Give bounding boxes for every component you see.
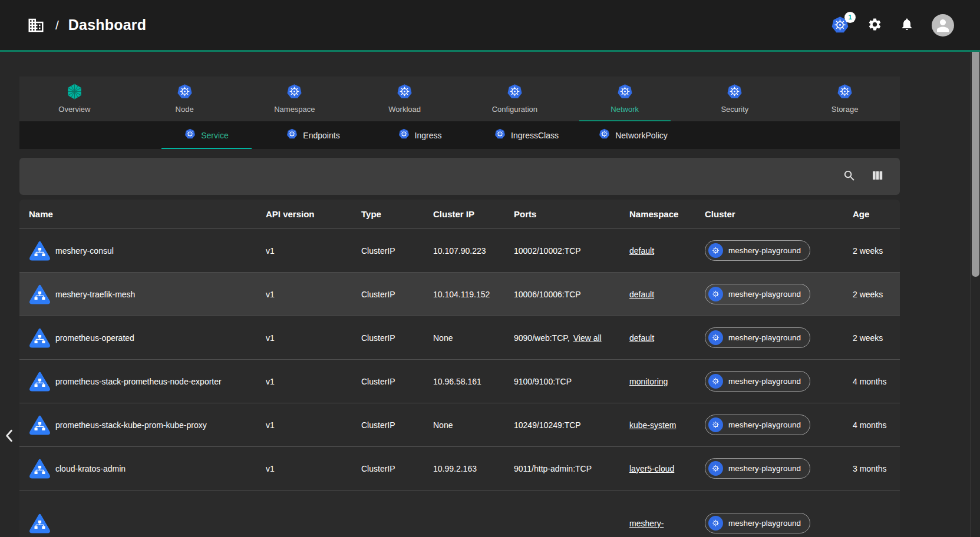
column-header-type[interactable]: Type bbox=[361, 209, 433, 219]
api-version-cell: v1 bbox=[266, 377, 361, 386]
tab-storage[interactable]: Storage bbox=[790, 77, 900, 121]
table-row[interactable]: prometheus-stack-prometheus-node-exporte… bbox=[19, 359, 900, 403]
cluster-chip[interactable]: meshery-playground bbox=[705, 327, 810, 348]
table-header-row: Name API version Type Cluster IP Ports N… bbox=[19, 200, 900, 228]
cluster-ip-cell: None bbox=[433, 420, 514, 430]
kubernetes-icon bbox=[177, 84, 193, 100]
service-icon bbox=[29, 415, 51, 436]
type-cell: ClusterIP bbox=[361, 290, 433, 299]
collapse-drawer-button[interactable] bbox=[1, 429, 17, 446]
user-avatar[interactable] bbox=[932, 14, 954, 37]
sub-tab-ingress[interactable]: Ingress bbox=[367, 121, 473, 149]
kubernetes-icon bbox=[708, 287, 723, 301]
settings-button[interactable] bbox=[867, 17, 882, 34]
namespace-link[interactable]: default bbox=[629, 246, 654, 256]
cluster-chip-label: meshery-playground bbox=[728, 420, 801, 429]
sub-tab-ingressclass[interactable]: IngressClass bbox=[473, 121, 580, 149]
table-body: meshery-consul v1 ClusterIP 10.107.90.22… bbox=[19, 228, 900, 537]
age-cell: 4 months bbox=[853, 420, 900, 430]
service-icon bbox=[29, 284, 51, 305]
tab-node[interactable]: Node bbox=[130, 77, 240, 121]
page-scrollbar[interactable] bbox=[970, 0, 980, 537]
column-header-age[interactable]: Age bbox=[853, 209, 900, 219]
breadcrumb-separator: / bbox=[55, 18, 59, 32]
age-cell: 4 months bbox=[853, 377, 900, 386]
view-all-ports-link[interactable]: View all bbox=[573, 333, 602, 343]
table-row[interactable]: meshery- meshery-playground bbox=[19, 490, 900, 537]
table-row[interactable]: meshery-traefik-mesh v1 ClusterIP 10.104… bbox=[19, 272, 900, 316]
ports-cell: 9090/web:TCP,View all bbox=[514, 333, 629, 343]
namespace-link[interactable]: monitoring bbox=[629, 377, 668, 386]
search-button[interactable] bbox=[843, 169, 856, 184]
organization-icon[interactable] bbox=[27, 16, 45, 34]
cluster-ip-cell: 10.107.90.223 bbox=[433, 246, 514, 256]
tab-overview[interactable]: Overview bbox=[19, 77, 130, 121]
cluster-ip-cell: 10.104.119.152 bbox=[433, 290, 514, 299]
table-row[interactable]: prometheus-operated v1 ClusterIP None 90… bbox=[19, 316, 900, 359]
cluster-chip[interactable]: meshery-playground bbox=[705, 513, 810, 533]
service-icon bbox=[29, 513, 51, 534]
context-count-badge: 1 bbox=[844, 12, 856, 23]
namespace-link[interactable]: default bbox=[629, 290, 654, 299]
kubernetes-icon bbox=[494, 128, 506, 142]
cluster-chip[interactable]: meshery-playground bbox=[705, 284, 810, 304]
table-row[interactable]: prometheus-stack-kube-prom-kube-proxy v1… bbox=[19, 403, 900, 446]
cluster-chip[interactable]: meshery-playground bbox=[705, 371, 810, 392]
cluster-chip[interactable]: meshery-playground bbox=[705, 458, 810, 479]
tab-namespace[interactable]: Namespace bbox=[240, 77, 350, 121]
ports-cell: 10002/10002:TCP bbox=[514, 246, 629, 256]
namespace-link[interactable]: layer5-cloud bbox=[629, 464, 674, 473]
cluster-chip[interactable]: meshery-playground bbox=[705, 240, 810, 261]
kubernetes-icon bbox=[507, 84, 523, 100]
sub-tab-endpoints[interactable]: Endpoints bbox=[260, 121, 367, 149]
namespace-link[interactable]: kube-system bbox=[629, 420, 676, 430]
kubernetes-icon bbox=[286, 84, 302, 100]
table-row[interactable]: meshery-consul v1 ClusterIP 10.107.90.22… bbox=[19, 228, 900, 272]
type-cell: ClusterIP bbox=[361, 377, 433, 386]
ports-cell: 9100/9100:TCP bbox=[514, 377, 629, 386]
meshery-icon bbox=[67, 84, 83, 100]
api-version-cell: v1 bbox=[266, 464, 361, 473]
view-columns-icon bbox=[870, 168, 885, 184]
column-header-ports[interactable]: Ports bbox=[514, 209, 629, 219]
tab-workload[interactable]: Workload bbox=[349, 77, 460, 121]
column-visibility-button[interactable] bbox=[870, 168, 885, 184]
network-sub-tabs: Service Endpoints Ingress IngressClass N… bbox=[19, 121, 900, 149]
tab-network[interactable]: Network bbox=[570, 77, 680, 121]
ports-cell: 9011/http-admin:TCP bbox=[514, 464, 629, 473]
service-icon bbox=[29, 371, 51, 392]
app-header: / Dashboard 1 bbox=[0, 0, 980, 52]
table-row[interactable]: cloud-kratos-admin v1 ClusterIP 10.99.2.… bbox=[19, 446, 900, 490]
service-icon bbox=[29, 240, 51, 261]
column-header-cluster[interactable]: Cluster bbox=[705, 209, 853, 219]
sub-tab-networkpolicy[interactable]: NetworkPolicy bbox=[580, 121, 687, 149]
api-version-cell: v1 bbox=[266, 246, 361, 256]
column-header-cluster-ip[interactable]: Cluster IP bbox=[433, 209, 514, 219]
cluster-ip-cell: None bbox=[433, 333, 514, 343]
kubernetes-icon bbox=[708, 330, 723, 345]
search-icon bbox=[843, 169, 856, 184]
column-header-name[interactable]: Name bbox=[29, 209, 266, 219]
sub-tab-service[interactable]: Service bbox=[153, 121, 260, 149]
tab-configuration[interactable]: Configuration bbox=[460, 77, 570, 121]
service-name: prometheus-stack-kube-prom-kube-proxy bbox=[55, 420, 207, 430]
cluster-ip-cell: 10.99.2.163 bbox=[433, 464, 514, 473]
kubernetes-icon bbox=[398, 128, 410, 142]
kubernetes-icon bbox=[397, 84, 413, 100]
gear-icon bbox=[867, 17, 882, 34]
api-version-cell: v1 bbox=[266, 333, 361, 343]
kubernetes-context-button[interactable]: 1 bbox=[831, 16, 850, 35]
type-cell: ClusterIP bbox=[361, 246, 433, 256]
cluster-chip[interactable]: meshery-playground bbox=[705, 415, 810, 435]
tab-security[interactable]: Security bbox=[680, 77, 790, 121]
namespace-link[interactable]: meshery- bbox=[629, 519, 664, 528]
cluster-chip-label: meshery-playground bbox=[728, 464, 801, 473]
kubernetes-icon bbox=[708, 516, 723, 531]
column-header-namespace[interactable]: Namespace bbox=[629, 209, 705, 219]
column-header-api-version[interactable]: API version bbox=[266, 209, 361, 219]
kubernetes-icon bbox=[708, 417, 723, 432]
person-icon bbox=[934, 16, 952, 37]
chevron-left-icon bbox=[4, 429, 14, 445]
notifications-button[interactable] bbox=[900, 17, 914, 33]
namespace-link[interactable]: default bbox=[629, 333, 654, 343]
